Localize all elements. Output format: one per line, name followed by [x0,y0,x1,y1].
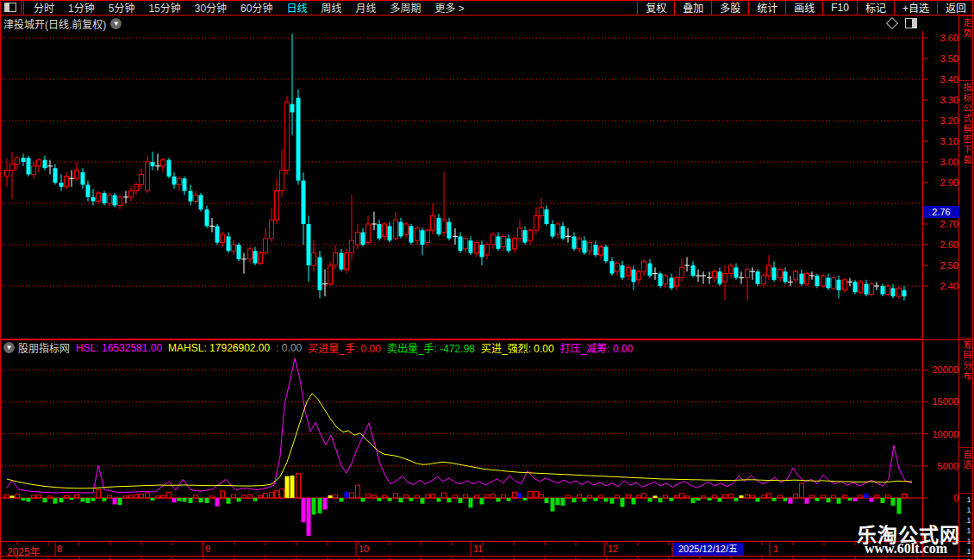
period-tab-1[interactable]: 1分钟 [61,0,102,15]
indicator-bar [22,498,26,501]
diamond-marker-icon[interactable] [886,17,898,29]
period-tab-6[interactable]: 日线 [279,0,314,15]
indicator-bar [285,476,290,498]
up-candle-body [134,184,139,190]
down-candle-body [572,236,577,248]
chart-canvas[interactable] [0,0,974,560]
action-button-3[interactable]: 统计 [748,0,785,15]
up-candle-body [10,164,15,170]
down-candle-body [27,158,31,174]
indicator-bar [843,495,847,498]
indicator-bar [789,498,793,504]
right-strip-tab-4[interactable]: 11111111 [959,493,973,560]
panel-layout-icon[interactable] [905,18,917,28]
indicator-bar [113,498,117,504]
action-button-5[interactable]: F10 [822,0,857,15]
period-tab-5[interactable]: 60分钟 [234,0,279,15]
period-tab-2[interactable]: 5分钟 [102,0,142,15]
up-candle-body [534,215,539,230]
indicator-bar [183,498,187,501]
indicator-bar [853,498,858,501]
period-tab-10[interactable]: 更多 > [428,0,471,15]
action-button-1[interactable]: 叠加 [674,0,711,15]
up-candle-body [426,230,430,242]
up-candle-body [528,230,533,240]
right-strip-tab-3[interactable]: 自选 [959,447,973,493]
indicator-bar [583,498,587,501]
down-candle-body [340,253,344,270]
indicator-bar [588,495,592,498]
up-candle-body [161,160,165,166]
right-strip-tab-1[interactable]: 指标公式解密下载 [959,80,973,338]
indicator-bar [810,495,815,498]
up-candle-body [442,220,446,232]
indicator-bar [447,498,452,502]
indicator-bar [680,494,684,498]
layout-toggle-button[interactable] [0,0,22,15]
down-candle-body [881,286,885,295]
down-candle-body [318,257,322,289]
up-candle-body [642,261,646,271]
indicator-bar [161,495,165,498]
indicator-bar [556,498,560,505]
indicator-bar [784,498,788,501]
indicator-bar [566,495,571,498]
indicator-bar [800,483,804,498]
down-candle-body [648,264,652,276]
down-candle-body [151,162,155,166]
period-tab-9[interactable]: 多周期 [384,0,428,15]
action-button-4[interactable]: 画线 [785,0,822,15]
up-candle-body [345,253,349,270]
watermark-url: www.60lt.com [865,541,947,557]
down-candle-body [199,195,203,209]
indicator-bar [502,495,506,498]
indicator-bar [86,498,91,503]
up-candle-body [312,253,316,265]
indicator-chevron-icon[interactable]: ▼ [3,342,15,353]
indicator-bar [664,495,668,498]
action-button-6[interactable]: 标记 [857,0,894,15]
chevron-down-icon[interactable]: ▼ [110,18,122,29]
down-candle-body [632,270,636,282]
indicator-bar [409,498,414,501]
indicator-bar [610,498,615,504]
secondary-icons [888,18,917,28]
indicator-bar [870,498,874,501]
up-candle-body [858,282,863,292]
up-candle-body [366,224,371,243]
down-candle-body [891,288,896,296]
indicator-bar [653,495,658,498]
up-candle-body [870,284,874,295]
indicator-bar [270,492,274,498]
indicator-bar [232,495,236,498]
up-candle-body [431,215,435,230]
indicator-bar [237,498,241,501]
up-candle-body [886,286,890,295]
right-strip-tab-2[interactable]: 筹码分布 [959,338,973,447]
indicator-bar [453,495,458,498]
action-button-0[interactable]: 复权 [637,0,674,15]
right-strip-tab-0[interactable]: 走势 [959,16,973,80]
period-tab-8[interactable]: 月线 [349,0,384,15]
down-candle-body [827,277,831,288]
period-tab-7[interactable]: 周线 [314,0,348,15]
down-candle-body [507,239,511,251]
down-candle-body [551,224,555,236]
up-candle-body [248,249,253,259]
indicator-bar [264,494,268,498]
action-button-7[interactable]: +自选 [894,0,937,15]
up-candle-body [485,245,490,255]
period-tab-3[interactable]: 15分钟 [141,0,187,15]
indicator-bar [5,495,9,498]
period-tab-4[interactable]: 30分钟 [188,0,234,15]
indicator-value-6: 买进_强烈: 0.00 [481,340,554,355]
action-button-8[interactable]: 返回 [937,0,974,15]
indicator-bar [718,498,722,501]
indicator-bar [318,498,322,513]
indicator-header: ▼ 股朋指标网HSL: 16532581.00MAHSL: 17926902.0… [2,341,639,354]
period-tab-0[interactable]: 分时 [27,0,61,15]
indicator-value-4: 买进量_手: 0.00 [308,340,381,355]
down-candle-body [172,177,177,185]
indicator-bar [491,495,496,498]
action-button-2[interactable]: 多股 [711,0,748,15]
